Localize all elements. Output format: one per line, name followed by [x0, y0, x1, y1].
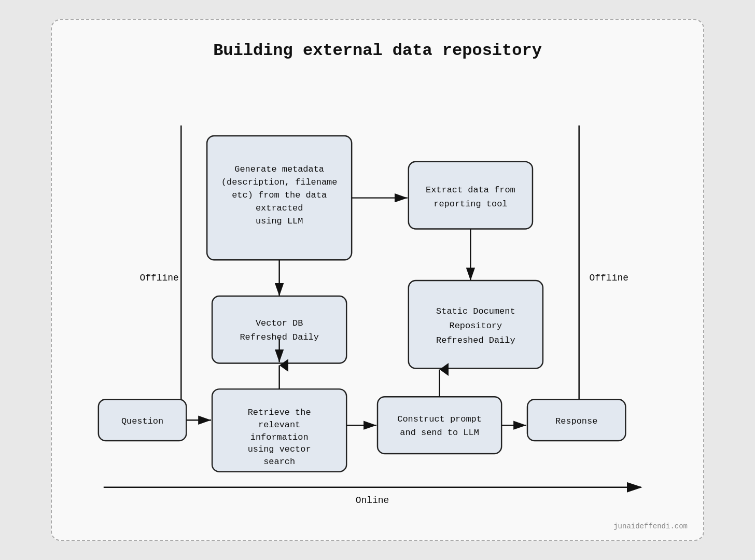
online-label: Online	[356, 495, 389, 506]
construct-prompt-box	[378, 397, 501, 454]
generate-metadata-text-2: (description, filename	[221, 177, 338, 187]
extract-data-box	[409, 162, 533, 229]
construct-prompt-text-1: Construct prompt	[397, 414, 482, 424]
generate-metadata-text-3: etc) from the data	[232, 190, 327, 200]
question-text: Question	[121, 416, 163, 426]
retrieve-text-1: Retrieve the	[248, 408, 311, 417]
generate-metadata-text-4: extracted	[256, 203, 303, 213]
generate-metadata-text-1: Generate metadata	[234, 164, 324, 174]
offline-left-label: Offline	[140, 273, 179, 283]
vector-db-text-1: Vector DB	[256, 318, 303, 328]
extract-data-text-2: reporting tool	[434, 199, 507, 209]
retrieve-text-4: using vector	[248, 444, 311, 454]
static-doc-text-2: Repository	[450, 321, 502, 331]
offline-right-label: Offline	[590, 273, 628, 283]
retrieve-text-3: information	[250, 432, 309, 442]
diagram-title: Building external data repository	[73, 41, 682, 60]
diagram-wrapper: Building external data repository Offlin…	[51, 19, 704, 541]
static-doc-text-1: Static Document	[436, 306, 515, 316]
construct-prompt-text-2: and send to LLM	[400, 428, 479, 438]
static-doc-text-3: Refreshed Daily	[436, 335, 515, 345]
extract-data-text-1: Extract data from	[426, 185, 515, 195]
generate-metadata-text-5: using LLM	[256, 216, 303, 226]
response-text: Response	[555, 416, 597, 426]
retrieve-text-2: relevant	[258, 420, 300, 430]
watermark: junaideffendi.com	[613, 522, 688, 530]
retrieve-text-5: search	[263, 457, 295, 467]
